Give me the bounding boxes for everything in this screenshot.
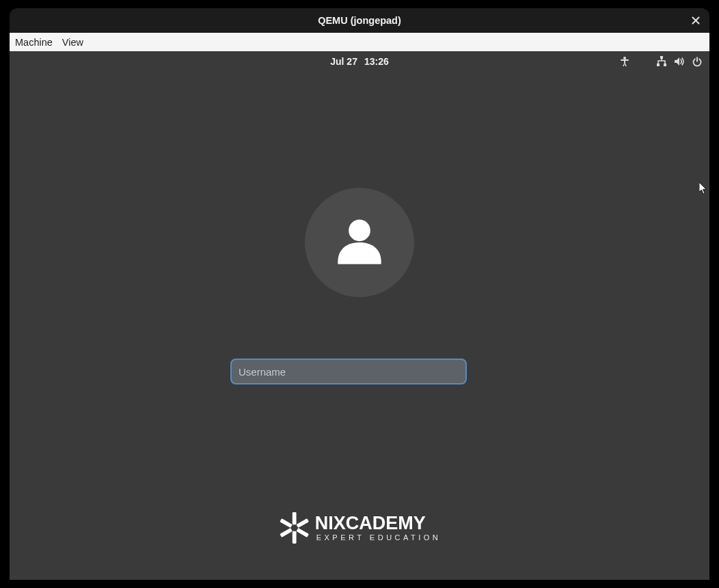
volume-icon[interactable] (674, 56, 685, 67)
svg-point-10 (349, 220, 370, 242)
svg-rect-16 (280, 518, 293, 528)
window-title: QEMU (jongepad) (318, 15, 401, 26)
login-area (10, 188, 709, 384)
window-close-button[interactable] (686, 8, 705, 33)
close-icon (692, 16, 700, 25)
brand-text: NIXCADEMY EXPERT EDUCATION (315, 514, 442, 542)
window-titlebar[interactable]: QEMU (jongepad) (10, 8, 709, 33)
qemu-window: QEMU (jongepad) Machine View Jul 27 13:2… (10, 8, 709, 580)
guest-display: Jul 27 13:26 (10, 51, 709, 580)
avatar (305, 188, 414, 297)
network-wired-icon[interactable] (656, 56, 667, 67)
gnome-top-panel: Jul 27 13:26 (10, 51, 709, 72)
svg-rect-14 (293, 531, 297, 544)
svg-rect-5 (664, 64, 666, 66)
svg-point-0 (623, 57, 626, 59)
svg-rect-9 (696, 57, 698, 61)
svg-rect-15 (280, 528, 293, 537)
svg-rect-3 (660, 56, 663, 59)
panel-time: 13:26 (364, 56, 389, 67)
brand-tagline: EXPERT EDUCATION (315, 534, 442, 542)
brand-name: NIXCADEMY (315, 514, 442, 533)
power-icon[interactable] (692, 56, 703, 67)
menu-view[interactable]: View (62, 37, 83, 48)
menu-machine[interactable]: Machine (15, 37, 53, 48)
cursor-pointer-icon (699, 182, 707, 195)
nixcademy-mark-icon (278, 512, 311, 544)
svg-rect-13 (296, 528, 309, 537)
accessibility-icon[interactable] (619, 56, 630, 67)
panel-date: Jul 27 (330, 56, 357, 67)
user-avatar-icon (329, 212, 390, 272)
svg-rect-11 (293, 512, 297, 524)
menu-bar: Machine View (10, 33, 709, 51)
panel-system-tray[interactable] (619, 51, 703, 72)
svg-rect-12 (296, 518, 309, 528)
svg-rect-4 (657, 64, 660, 66)
brand-logo: NIXCADEMY EXPERT EDUCATION (278, 512, 442, 544)
panel-datetime[interactable]: Jul 27 13:26 (330, 56, 389, 67)
username-input[interactable] (230, 359, 467, 384)
